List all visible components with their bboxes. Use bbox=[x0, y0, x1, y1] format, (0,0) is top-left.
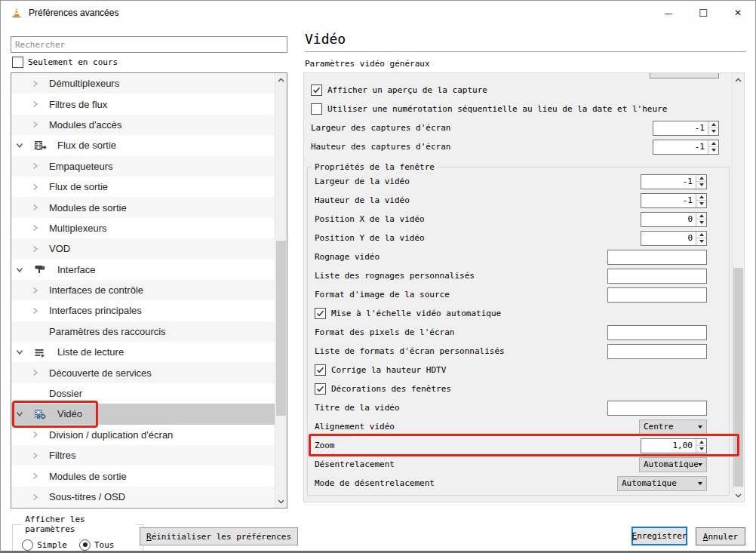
tree-item[interactable]: VOD bbox=[11, 238, 287, 259]
tree-item[interactable]: Interfaces principales bbox=[11, 300, 287, 321]
chevron-cell[interactable] bbox=[32, 493, 45, 501]
dropdown[interactable]: Centre bbox=[639, 419, 707, 435]
checkbox[interactable] bbox=[315, 364, 326, 376]
checkbox[interactable] bbox=[311, 103, 322, 115]
cancel-button[interactable]: Annuler bbox=[696, 527, 745, 545]
radio-option[interactable]: Simple bbox=[22, 539, 67, 551]
chevron-cell[interactable] bbox=[32, 452, 45, 459]
spin-up-icon[interactable] bbox=[696, 194, 706, 201]
dropdown[interactable]: Automatique bbox=[617, 476, 707, 491]
tree-item[interactable]: Modules de sortie bbox=[11, 465, 287, 486]
settings-scrollbar[interactable] bbox=[732, 73, 744, 502]
chevron-cell[interactable] bbox=[32, 472, 45, 480]
tree-item[interactable]: Empaqueteurs bbox=[11, 156, 287, 177]
tree-item[interactable]: Modules d'accès bbox=[11, 115, 287, 135]
tree-item[interactable]: Filtres bbox=[11, 445, 287, 465]
settings-scrollbar-thumb[interactable] bbox=[733, 268, 743, 487]
chevron-cell[interactable] bbox=[32, 100, 45, 108]
tree-item[interactable]: Découverte de services bbox=[11, 362, 287, 382]
tree-item[interactable]: Paramètres des raccourcis bbox=[11, 321, 287, 342]
text-field[interactable] bbox=[607, 269, 707, 284]
spinbox[interactable]: -1 bbox=[641, 193, 707, 208]
tree-item[interactable]: Sous-titres / OSD bbox=[11, 487, 287, 507]
chevron-cell[interactable] bbox=[32, 183, 45, 191]
reset-preferences-button[interactable]: Réinitialiser les préférences bbox=[140, 527, 298, 545]
dropdown[interactable]: Automatique bbox=[639, 457, 707, 472]
text-field[interactable] bbox=[607, 344, 707, 359]
maximize-button[interactable]: ☐ bbox=[686, 1, 721, 25]
chevron-cell[interactable] bbox=[32, 245, 45, 253]
tree-item[interactable]: Filtres de flux bbox=[11, 94, 287, 114]
tree-item[interactable]: Flux de sortie bbox=[11, 177, 287, 197]
partial-combobox[interactable] bbox=[650, 73, 719, 78]
chevron-cell[interactable] bbox=[32, 162, 45, 170]
spinbox[interactable]: -1 bbox=[641, 174, 707, 189]
spin-down-icon[interactable] bbox=[696, 200, 706, 207]
save-button[interactable]: Enregistrer bbox=[632, 527, 687, 545]
tree-item[interactable]: Interfaces de contrôle bbox=[11, 280, 287, 300]
text-field[interactable] bbox=[607, 325, 707, 340]
spinner-buttons[interactable] bbox=[696, 175, 706, 189]
chevron-cell[interactable] bbox=[32, 224, 45, 232]
spinner-buttons[interactable] bbox=[708, 121, 718, 135]
chevron-cell[interactable] bbox=[32, 287, 45, 294]
spinbox[interactable]: 1,00 bbox=[641, 438, 707, 453]
spin-up-icon[interactable] bbox=[708, 140, 718, 147]
chevron-cell[interactable] bbox=[32, 431, 45, 438]
text-field[interactable] bbox=[607, 287, 707, 303]
checkbox[interactable] bbox=[311, 84, 322, 96]
tree-item[interactable]: Dossier bbox=[11, 383, 287, 404]
only-current-checkbox-row[interactable]: Seulement en cours bbox=[12, 57, 118, 68]
tree-scrollbar-thumb[interactable] bbox=[276, 241, 286, 416]
chevron-cell[interactable] bbox=[16, 349, 29, 355]
spin-up-icon[interactable] bbox=[696, 213, 706, 220]
chevron-cell[interactable] bbox=[32, 204, 45, 211]
spinbox[interactable]: 0 bbox=[641, 212, 707, 227]
scroll-down-icon[interactable] bbox=[733, 490, 744, 501]
chevron-cell[interactable] bbox=[16, 410, 29, 417]
checkbox[interactable] bbox=[315, 383, 326, 395]
spinbox[interactable]: 0 bbox=[641, 231, 707, 246]
tree-item[interactable]: Vidéo bbox=[11, 404, 287, 424]
text-field[interactable] bbox=[607, 250, 707, 265]
spinner-buttons[interactable] bbox=[696, 439, 706, 453]
spinner-buttons[interactable] bbox=[696, 232, 706, 245]
tree-item[interactable]: Flux de sortie bbox=[11, 135, 287, 155]
spinner-buttons[interactable] bbox=[696, 194, 706, 207]
search-input[interactable] bbox=[11, 36, 287, 53]
spin-down-icon[interactable] bbox=[696, 445, 706, 453]
spin-up-icon[interactable] bbox=[696, 232, 706, 238]
spin-down-icon[interactable] bbox=[696, 181, 706, 189]
chevron-cell[interactable] bbox=[16, 266, 29, 273]
spin-down-icon[interactable] bbox=[708, 127, 718, 135]
radio-icon[interactable] bbox=[79, 539, 91, 551]
tree-item[interactable]: Multiplexeurs bbox=[11, 218, 287, 238]
scroll-up-icon[interactable] bbox=[275, 74, 287, 85]
spin-down-icon[interactable] bbox=[708, 146, 718, 154]
tree-item[interactable]: Modules de sortie bbox=[11, 197, 287, 217]
chevron-cell[interactable] bbox=[32, 80, 45, 88]
spin-up-icon[interactable] bbox=[696, 439, 706, 446]
checkbox[interactable] bbox=[315, 308, 326, 319]
tree-item[interactable]: Démultiplexeurs bbox=[11, 73, 287, 94]
tree-scrollbar[interactable] bbox=[275, 73, 287, 508]
tree-item[interactable]: Interface bbox=[11, 260, 287, 280]
spin-up-icon[interactable] bbox=[696, 175, 706, 182]
radio-option[interactable]: Tous bbox=[79, 539, 115, 551]
radio-icon[interactable] bbox=[22, 539, 33, 551]
chevron-cell[interactable] bbox=[32, 369, 45, 376]
spinner-buttons[interactable] bbox=[708, 140, 718, 154]
only-current-checkbox[interactable] bbox=[12, 57, 23, 68]
chevron-cell[interactable] bbox=[32, 121, 45, 128]
scroll-up-icon[interactable] bbox=[733, 74, 744, 85]
tree-item[interactable]: Division / duplication d'écran bbox=[11, 425, 287, 445]
spinbox[interactable]: -1 bbox=[653, 121, 719, 136]
scroll-down-icon[interactable] bbox=[275, 496, 287, 507]
spin-up-icon[interactable] bbox=[708, 121, 718, 128]
spin-down-icon[interactable] bbox=[696, 238, 706, 245]
spin-down-icon[interactable] bbox=[696, 219, 706, 226]
minimize-button[interactable]: — bbox=[651, 1, 686, 25]
close-button[interactable]: ✕ bbox=[721, 1, 755, 25]
tree-item[interactable]: Liste de lecture bbox=[11, 342, 287, 362]
chevron-cell[interactable] bbox=[16, 142, 29, 149]
